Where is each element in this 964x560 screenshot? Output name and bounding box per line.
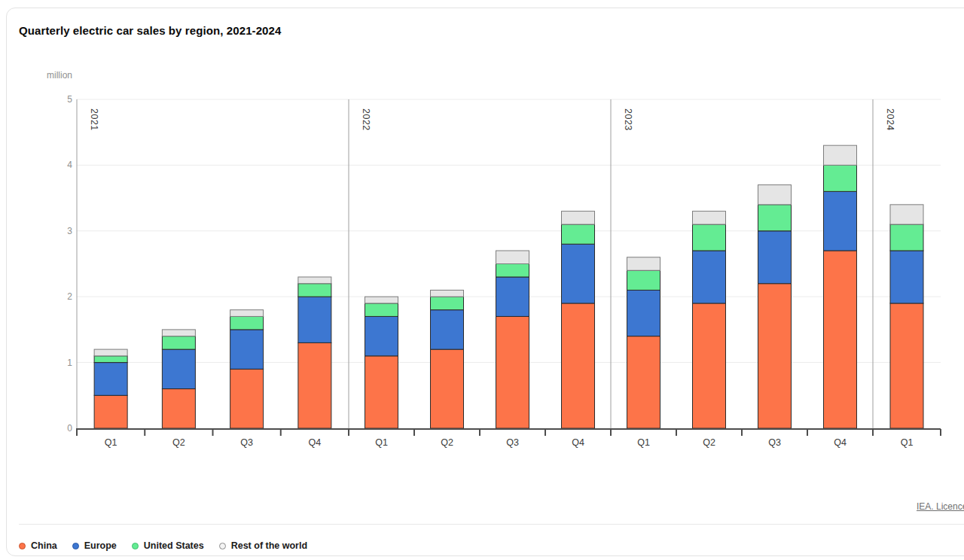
bar-segment-rest-of-the-world-2021-Q2[interactable] <box>162 330 195 336</box>
bar-segment-europe-2022-Q4[interactable] <box>562 244 595 303</box>
bar-segment-rest-of-the-world-2021-Q3[interactable] <box>230 310 264 317</box>
x-tick-label-2022-Q1: Q1 <box>375 437 388 448</box>
y-tick-label-4: 4 <box>67 160 72 170</box>
sales-chart: 012345millionQ1Q2Q3Q4Q1Q2Q3Q4Q1Q2Q3Q4Q12… <box>7 8 964 528</box>
bar-segment-china-2023-Q1[interactable] <box>627 336 660 428</box>
bar-segment-rest-of-the-world-2022-Q1[interactable] <box>365 297 398 303</box>
bar-segment-europe-2022-Q2[interactable] <box>431 310 464 349</box>
x-tick-label-2021-Q4: Q4 <box>309 437 322 448</box>
year-label-2021: 2021 <box>89 108 99 131</box>
legend-dot-icon <box>219 543 226 549</box>
y-tick-label-3: 3 <box>67 226 72 236</box>
bar-segment-europe-2022-Q3[interactable] <box>496 277 529 316</box>
x-tick-label-2023-Q1: Q1 <box>637 437 650 448</box>
x-tick-label-2023-Q4: Q4 <box>834 437 847 448</box>
year-label-2024: 2024 <box>885 108 895 131</box>
bar-segment-china-2023-Q3[interactable] <box>758 284 792 428</box>
bar-segment-europe-2021-Q1[interactable] <box>94 363 127 396</box>
legend-dot-icon <box>19 543 26 549</box>
bar-segment-rest-of-the-world-2023-Q3[interactable] <box>758 185 792 205</box>
bar-segment-europe-2023-Q3[interactable] <box>758 231 792 284</box>
bar-segment-rest-of-the-world-2023-Q1[interactable] <box>627 257 660 270</box>
bar-segment-rest-of-the-world-2023-Q4[interactable] <box>824 145 857 165</box>
bar-segment-rest-of-the-world-2024-Q1[interactable] <box>890 205 923 224</box>
legend-label: Europe <box>84 540 117 551</box>
legend-item-europe[interactable]: Europe <box>72 540 117 551</box>
legend-item-china[interactable]: China <box>19 540 57 551</box>
bar-segment-rest-of-the-world-2021-Q4[interactable] <box>298 277 331 284</box>
x-tick-label-2021-Q3: Q3 <box>240 437 253 448</box>
bar-segment-united-states-2022-Q1[interactable] <box>365 303 398 316</box>
bar-segment-china-2021-Q3[interactable] <box>230 369 264 428</box>
chart-legend: ChinaEuropeUnited StatesRest of the worl… <box>19 534 307 557</box>
legend-label: China <box>31 540 57 551</box>
bar-segment-europe-2021-Q4[interactable] <box>298 297 331 342</box>
x-tick-label-2022-Q4: Q4 <box>572 437 584 448</box>
chart-card: Quarterly electric car sales by region, … <box>6 8 964 556</box>
bar-segment-rest-of-the-world-2023-Q2[interactable] <box>693 212 726 224</box>
bar-segment-europe-2022-Q1[interactable] <box>365 316 398 355</box>
legend-dot-icon <box>132 543 139 549</box>
legend-label: United States <box>144 540 204 551</box>
bar-segment-china-2024-Q1[interactable] <box>890 303 923 428</box>
bar-segment-china-2022-Q3[interactable] <box>496 316 529 428</box>
year-label-2023: 2023 <box>623 108 633 131</box>
bar-segment-china-2022-Q2[interactable] <box>431 349 464 428</box>
year-label-2022: 2022 <box>361 108 371 131</box>
y-tick-label-2: 2 <box>67 291 72 302</box>
bar-segment-rest-of-the-world-2022-Q3[interactable] <box>496 251 529 263</box>
y-tick-label-5: 5 <box>67 94 72 105</box>
bar-segment-china-2022-Q4[interactable] <box>562 303 595 428</box>
bar-segment-europe-2021-Q2[interactable] <box>162 349 195 388</box>
legend-label: Rest of the world <box>231 540 307 551</box>
bar-segment-europe-2021-Q3[interactable] <box>230 330 264 369</box>
bar-segment-china-2021-Q1[interactable] <box>94 395 127 428</box>
x-tick-label-2023-Q3: Q3 <box>768 437 781 448</box>
x-tick-label-2023-Q2: Q2 <box>703 437 715 448</box>
bar-segment-united-states-2023-Q2[interactable] <box>693 224 726 251</box>
y-tick-label-1: 1 <box>67 358 72 368</box>
bar-segment-united-states-2022-Q4[interactable] <box>562 224 595 244</box>
bar-segment-united-states-2021-Q2[interactable] <box>162 336 195 349</box>
bar-segment-china-2022-Q1[interactable] <box>365 356 398 428</box>
bar-segment-united-states-2023-Q3[interactable] <box>758 205 792 231</box>
bar-segment-rest-of-the-world-2021-Q1[interactable] <box>94 349 127 356</box>
bar-segment-united-states-2022-Q2[interactable] <box>431 297 464 309</box>
bar-segment-united-states-2023-Q4[interactable] <box>824 165 857 191</box>
bar-segment-china-2021-Q2[interactable] <box>162 389 195 428</box>
x-tick-label-2022-Q2: Q2 <box>441 437 453 448</box>
bar-segment-europe-2023-Q2[interactable] <box>693 251 726 303</box>
bar-segment-united-states-2023-Q1[interactable] <box>627 270 660 290</box>
legend-divider <box>19 524 964 525</box>
bar-segment-united-states-2024-Q1[interactable] <box>890 224 923 251</box>
y-tick-label-0: 0 <box>67 423 72 434</box>
bar-segment-united-states-2021-Q1[interactable] <box>94 356 127 363</box>
bar-segment-rest-of-the-world-2022-Q4[interactable] <box>562 212 595 224</box>
legend-dot-icon <box>72 543 79 549</box>
x-tick-label-2021-Q1: Q1 <box>105 437 117 448</box>
legend-item-rest-of-the-world[interactable]: Rest of the world <box>219 540 307 551</box>
bar-segment-china-2023-Q4[interactable] <box>824 251 857 428</box>
y-axis-unit-label: million <box>47 70 72 81</box>
x-tick-label-2021-Q2: Q2 <box>172 437 185 448</box>
bar-segment-europe-2024-Q1[interactable] <box>890 251 923 303</box>
bar-segment-china-2023-Q2[interactable] <box>693 303 726 428</box>
bar-segment-china-2021-Q4[interactable] <box>298 342 331 428</box>
bar-segment-united-states-2021-Q4[interactable] <box>298 284 331 297</box>
bar-segment-united-states-2021-Q3[interactable] <box>230 316 264 329</box>
bar-segment-europe-2023-Q4[interactable] <box>824 191 857 251</box>
bar-segment-europe-2023-Q1[interactable] <box>627 290 660 336</box>
bar-segment-rest-of-the-world-2022-Q2[interactable] <box>431 290 464 297</box>
source-link[interactable]: IEA. Licence <box>917 501 964 512</box>
bar-segment-united-states-2022-Q3[interactable] <box>496 264 529 277</box>
legend-item-united-states[interactable]: United States <box>132 540 204 551</box>
x-tick-label-2022-Q3: Q3 <box>506 437 519 448</box>
x-tick-label-2024-Q1: Q1 <box>901 437 914 448</box>
